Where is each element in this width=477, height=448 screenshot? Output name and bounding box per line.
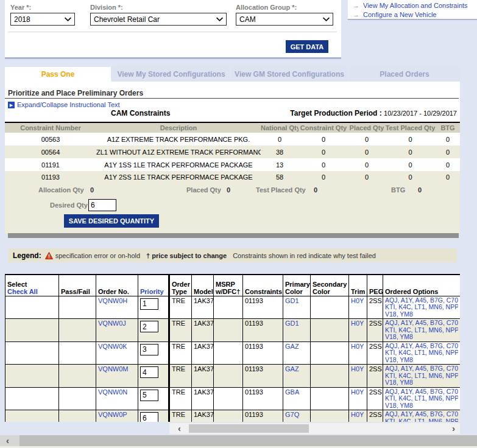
select-cell[interactable] xyxy=(5,365,59,388)
order-no-link[interactable]: VQNW0M xyxy=(98,365,129,373)
model-cell: 1AK37 xyxy=(192,319,214,342)
allocation-group-select[interactable]: CAM xyxy=(236,13,333,26)
priority-input[interactable] xyxy=(140,344,158,355)
configure-vehicle-link[interactable]: Configure a New Vehicle xyxy=(363,11,436,18)
peg-cell: 2SS xyxy=(367,319,383,342)
scroll-left-icon[interactable]: ‹ xyxy=(178,423,181,434)
order-no-link[interactable]: VQNW0H xyxy=(98,297,127,304)
division-value: Chevrolet Retail Car xyxy=(94,15,160,24)
options-line: AQJ, A1Y, A45, B7G, C70, E xyxy=(385,343,458,350)
options-line: KTI, K4C, LT1, MN6, NPP, N xyxy=(385,349,458,357)
year-select[interactable]: 2018 xyxy=(10,13,75,26)
options-line: AQJ, A1Y, A45, B7G, C70, E xyxy=(385,320,458,327)
priority-input[interactable] xyxy=(140,366,158,378)
order-type-cell: TRE xyxy=(169,341,192,365)
scroll-left-icon[interactable]: ‹ xyxy=(6,435,9,446)
order-row: VQNW0P TRE 1AK37 01193 G7Q H0Y 2SS AQJ, … xyxy=(5,410,461,422)
check-all-link[interactable]: Check All xyxy=(7,288,38,295)
col-order-type: Order Type xyxy=(169,275,192,296)
trim-link[interactable]: H0Y xyxy=(351,365,364,373)
scroll-right-icon[interactable]: › xyxy=(452,423,455,434)
section-heading: Prioritize and Place Preliminary Orders xyxy=(8,89,143,97)
scrollbar-thumb[interactable] xyxy=(19,435,477,446)
desired-qty-input[interactable] xyxy=(88,199,116,211)
target-period-label: Target Production Period : xyxy=(290,109,381,117)
priority-input[interactable] xyxy=(140,412,158,422)
primary-color-link[interactable]: GAZ xyxy=(285,365,299,373)
options-line: KTI, K4C, LT1, MN6, NPP, N xyxy=(385,418,458,422)
constraint-row: 01191 A1Y 1SS 1LE TRACK PERFORMACE PACKA… xyxy=(5,158,460,171)
tab-view-gm-stored-configurations[interactable]: View GM Stored Configurations xyxy=(231,67,347,82)
trim-link[interactable]: H0Y xyxy=(351,320,364,327)
expand-collapse-link[interactable]: Expand/Collapse Instructional Text xyxy=(17,101,120,108)
view-allocation-link[interactable]: View My Allocation and Constraints xyxy=(363,2,468,9)
col-placed-qty: Placed Qty xyxy=(348,122,385,133)
select-cell[interactable] xyxy=(5,296,59,319)
options-line: V18, YM8 xyxy=(385,311,458,318)
page-horizontal-scrollbar[interactable]: ‹ xyxy=(0,435,477,446)
get-data-button[interactable]: GET DATA xyxy=(286,40,328,53)
col-description: Description xyxy=(96,122,261,133)
col-trim: Trim xyxy=(349,275,367,296)
tab-pass-one[interactable]: Pass One xyxy=(5,67,111,82)
tab-placed-orders[interactable]: Placed Orders xyxy=(349,67,460,82)
constraint-qty: 0 xyxy=(299,158,348,171)
trim-link[interactable]: H0Y xyxy=(351,297,364,304)
constraint-qty: 0 xyxy=(299,133,348,145)
priority-input[interactable] xyxy=(140,321,158,332)
priority-input[interactable] xyxy=(140,298,158,310)
order-no-link[interactable]: VQNW0J xyxy=(98,320,126,327)
constraints-cell: 01193 xyxy=(243,410,283,422)
pass-fail-cell xyxy=(59,365,96,388)
model-cell: 1AK37 xyxy=(192,410,214,422)
ordered-options-cell: AQJ, A1Y, A45, B7G, C70, E KTI, K4C, LT1… xyxy=(383,387,461,410)
order-type-cell: TRE xyxy=(169,387,192,410)
orders-table-wrap: Select Check All Pass/Fail Order No. Pri… xyxy=(5,274,460,422)
placed-qty: 0 xyxy=(348,171,385,184)
chevron-down-icon xyxy=(322,15,330,23)
select-cell[interactable] xyxy=(5,410,59,422)
order-no-link[interactable]: VQNW0N xyxy=(98,388,127,396)
secondary-color-cell xyxy=(311,319,349,342)
options-line: AQJ, A1Y, A45, B7G, C70, E xyxy=(385,297,458,304)
trim-link[interactable]: H0Y xyxy=(351,411,364,418)
orders-horizontal-scrollbar[interactable]: ‹ › xyxy=(169,423,460,434)
primary-color-link[interactable]: GAZ xyxy=(285,343,299,350)
division-select[interactable]: Chevrolet Retail Car xyxy=(90,13,227,26)
order-type-cell: TRE xyxy=(169,296,192,319)
legend-bar: Legend: specification error or on-hold †… xyxy=(8,248,457,262)
order-type-cell: TRE xyxy=(169,365,192,388)
priority-input[interactable] xyxy=(140,390,158,401)
ordered-options-cell: AQJ, A1Y, A45, B7G, C70, E KTI, K4C, LT1… xyxy=(383,410,461,422)
save-desired-quantity-button[interactable]: SAVE DESIRED QUANTITY xyxy=(64,214,159,228)
options-line: V18, YM8 xyxy=(385,402,458,410)
placed-qty: 0 xyxy=(348,158,385,171)
select-cell[interactable] xyxy=(5,387,59,410)
constraint-description: A1Y 1SS 1LE TRACK PERFORMACE PACKAGE xyxy=(96,158,261,171)
primary-color-link[interactable]: GBA xyxy=(285,388,299,396)
heading-rule xyxy=(5,98,459,99)
trim-link[interactable]: H0Y xyxy=(351,388,364,396)
primary-color-link[interactable]: GD1 xyxy=(285,297,299,304)
national-qty: 58 xyxy=(261,171,299,184)
pass-one-panel: Prioritize and Place Preliminary Orders … xyxy=(5,82,460,183)
msrp-cell xyxy=(214,296,243,319)
order-no-link[interactable]: VQNW0P xyxy=(98,411,127,418)
primary-color-link[interactable]: G7Q xyxy=(285,411,299,418)
select-cell[interactable] xyxy=(5,341,59,365)
order-no-link[interactable]: VQNW0K xyxy=(98,343,127,350)
year-label: Year *: xyxy=(10,4,75,11)
constraints-table: Constraint Number Description National Q… xyxy=(5,122,460,184)
secondary-color-cell xyxy=(311,410,349,422)
primary-color-link[interactable]: GD1 xyxy=(285,320,299,327)
placed-qty-label: Placed Qty xyxy=(186,186,221,194)
constraints-title: CAM Constraints xyxy=(111,109,170,117)
options-line: AQJ, A1Y, A45, B7G, C70, E xyxy=(385,365,458,373)
tab-view-my-stored-configurations[interactable]: View My Stored Configurations xyxy=(113,67,230,82)
trim-link[interactable]: H0Y xyxy=(351,343,364,350)
scrollbar-thumb[interactable] xyxy=(189,424,309,433)
priority-sort-link[interactable]: Priority xyxy=(140,288,164,295)
select-cell[interactable] xyxy=(5,319,59,342)
section-scrollbar[interactable] xyxy=(8,233,459,238)
col-test-placed-qty: Test Placed Qty xyxy=(385,122,436,133)
